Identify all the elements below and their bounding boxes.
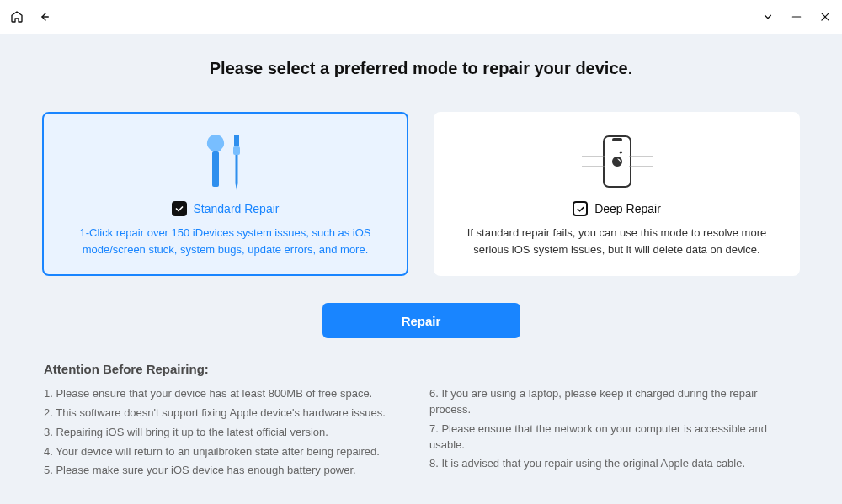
attention-item: 7. Please ensure that the network on you… [429, 422, 798, 454]
deep-heading: Deep Repair [573, 201, 661, 216]
deep-repair-title: Deep Repair [594, 202, 661, 215]
deep-repair-description: If standard repair fails, you can use th… [459, 225, 775, 257]
attention-lists: 1. Please ensure that your device has at… [44, 386, 798, 482]
svg-rect-7 [235, 155, 237, 183]
tools-icon [200, 130, 251, 193]
attention-left-col: 1. Please ensure that your device has at… [44, 386, 413, 482]
titlebar-left [10, 10, 51, 24]
standard-repair-description: 1-Click repair over 150 iDevices system … [67, 225, 383, 257]
attention-item: 1. Please ensure that your device has at… [44, 386, 413, 402]
svg-marker-8 [235, 183, 237, 190]
attention-item: 5. Please make sure your iOS device has … [44, 463, 413, 479]
attention-item: 3. Repairing iOS will bring it up to the… [44, 425, 413, 441]
attention-right-col: 6. If you are using a laptop, please kee… [429, 386, 798, 482]
home-icon[interactable] [10, 10, 24, 24]
page-title: Please select a preferred mode to repair… [0, 59, 842, 78]
minimize-icon[interactable] [790, 10, 803, 24]
close-icon[interactable] [818, 10, 832, 24]
svg-rect-6 [233, 146, 240, 155]
back-icon[interactable] [37, 10, 51, 24]
svg-rect-5 [234, 135, 239, 146]
attention-title: Attention Before Repairing: [44, 362, 798, 376]
chevron-down-icon[interactable] [761, 10, 775, 24]
standard-repair-title: Standard Repair [194, 202, 280, 215]
repair-button[interactable]: Repair [322, 303, 520, 338]
standard-repair-card[interactable]: Standard Repair 1-Click repair over 150 … [42, 112, 408, 276]
attention-item: 8. It is advised that you repair using t… [429, 456, 798, 472]
checkbox-checked-icon [172, 201, 187, 216]
titlebar [0, 0, 842, 34]
checkbox-checked-outline-icon [573, 201, 588, 216]
svg-rect-10 [612, 138, 622, 141]
mode-cards: Standard Repair 1-Click repair over 150 … [0, 112, 842, 276]
attention-item: 6. If you are using a laptop, please kee… [429, 386, 798, 418]
attention-item: 2. This software doesn't support fixing … [44, 406, 413, 422]
standard-heading: Standard Repair [172, 201, 280, 216]
attention-item: 4. Your device will return to an unjailb… [44, 444, 413, 460]
phone-icon [575, 130, 659, 193]
svg-rect-4 [212, 151, 219, 187]
content-area: Please select a preferred mode to repair… [0, 34, 842, 504]
titlebar-right [761, 10, 832, 24]
deep-repair-card[interactable]: Deep Repair If standard repair fails, yo… [434, 112, 800, 276]
attention-section: Attention Before Repairing: 1. Please en… [0, 338, 842, 482]
